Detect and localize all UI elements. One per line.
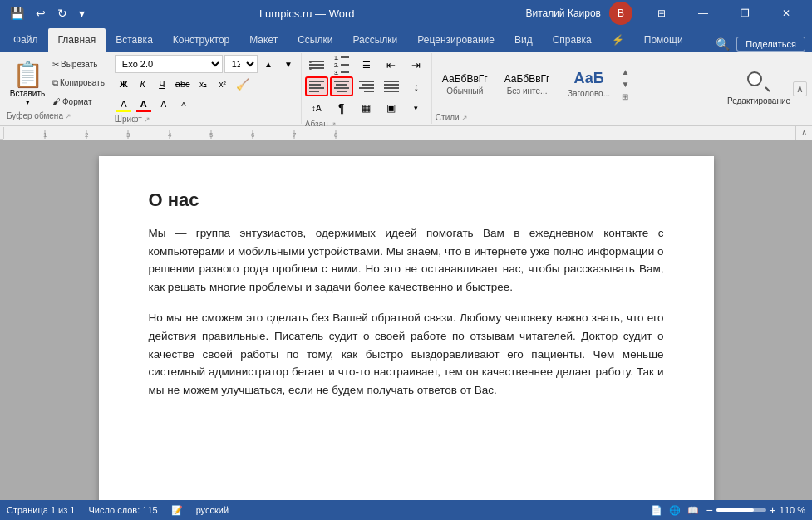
- tab-lightning[interactable]: ⚡: [602, 28, 634, 52]
- search-button[interactable]: Редактирование: [730, 62, 788, 115]
- tab-file[interactable]: Файл: [3, 28, 48, 52]
- ruler: 1 2 3 4 5 6 7 8 ∧: [0, 126, 812, 140]
- superscript-button[interactable]: x²: [214, 75, 232, 93]
- clear-formatting-button[interactable]: 🧹: [233, 75, 253, 93]
- tab-design[interactable]: Конструктор: [163, 28, 239, 52]
- paragraph-group: 1. 2. 3. ☰ ⇤ ⇥: [302, 53, 432, 124]
- svg-text:4: 4: [168, 131, 172, 139]
- paste-button[interactable]: 📋 Вставить ▾: [7, 55, 48, 111]
- share-button[interactable]: Поделиться: [736, 37, 805, 52]
- clipboard-expand-icon[interactable]: ↗: [65, 112, 71, 120]
- align-left-button[interactable]: [305, 76, 328, 96]
- borders-dropdown[interactable]: ▾: [405, 98, 428, 118]
- tab-view[interactable]: Вид: [504, 28, 543, 52]
- style-no-spacing-label: Без инте...: [507, 86, 548, 96]
- ribbon-display-btn[interactable]: ⊟: [642, 0, 681, 27]
- restore-btn[interactable]: ❐: [726, 0, 764, 27]
- zoom-percent: 110 %: [780, 505, 805, 515]
- font-controls: Exo 2.0 12 ▲ ▼ Ж К Ч abc x₂ x² 🧹: [115, 55, 298, 115]
- view-read-icon[interactable]: 📖: [687, 505, 699, 516]
- view-print-icon[interactable]: 📄: [651, 505, 662, 516]
- copy-button[interactable]: ⧉Копировать: [50, 77, 107, 89]
- font-name-select[interactable]: Exo 2.0: [115, 55, 223, 73]
- underline-button[interactable]: Ч: [153, 75, 171, 93]
- style-normal[interactable]: АаБбВвГг Обычный: [436, 71, 495, 98]
- italic-button[interactable]: К: [134, 75, 152, 93]
- shading-button[interactable]: ▦: [355, 98, 378, 118]
- editing-group-label: [730, 122, 788, 124]
- tab-review[interactable]: Рецензирование: [407, 28, 504, 52]
- cut-button[interactable]: ✂Вырезать: [50, 59, 107, 70]
- search-label: Редактирование: [727, 96, 790, 105]
- text-highlight-button[interactable]: A: [115, 95, 133, 113]
- tab-home[interactable]: Главная: [48, 28, 106, 52]
- title-bar-right: Виталий Каиров В ⊟ — ❐ ✕: [525, 0, 805, 27]
- quick-access-dropdown[interactable]: ▾: [76, 3, 88, 23]
- show-marks-button[interactable]: ¶: [330, 98, 353, 118]
- user-avatar[interactable]: В: [609, 2, 632, 25]
- ribbon-collapse-button[interactable]: ∧: [793, 81, 807, 96]
- font-color-button[interactable]: А: [135, 95, 153, 113]
- strikethrough-button[interactable]: abc: [172, 75, 194, 93]
- highlight-icon: A: [121, 99, 126, 109]
- zoom-in-button[interactable]: +: [770, 503, 776, 517]
- subscript-button[interactable]: x₂: [194, 75, 213, 93]
- style-no-spacing[interactable]: АаБбВвГг Без инте...: [498, 71, 557, 98]
- style-heading1[interactable]: АаБ Заголово...: [560, 67, 618, 101]
- numbered-list-button[interactable]: 1. 2. 3.: [330, 55, 353, 75]
- word-count: Число слов: 115: [88, 505, 157, 515]
- bullets-button[interactable]: [305, 55, 328, 75]
- highlight-color-bar: [116, 110, 131, 112]
- tab-mailings[interactable]: Рассылки: [342, 28, 407, 52]
- paste-icon: 📋: [12, 60, 43, 89]
- paste-dropdown[interactable]: ▾: [26, 98, 30, 106]
- ruler-collapse-button[interactable]: ∧: [795, 126, 812, 140]
- zoom-slider[interactable]: [716, 508, 766, 512]
- font-size-select[interactable]: 12: [224, 55, 258, 73]
- styles-scroll-down[interactable]: ▼: [622, 80, 630, 89]
- eraser-icon: 🧹: [236, 78, 249, 91]
- sort-button[interactable]: ↕A: [305, 98, 328, 118]
- redo-icon[interactable]: ↻: [54, 3, 71, 23]
- increase-indent-button[interactable]: ⇥: [405, 55, 428, 75]
- multilevel-list-button[interactable]: ☰: [355, 55, 378, 75]
- styles-expand[interactable]: ⊞: [622, 92, 630, 101]
- svg-text:1: 1: [43, 131, 47, 139]
- align-center-button[interactable]: [330, 76, 353, 96]
- language[interactable]: русский: [196, 505, 229, 515]
- save-icon[interactable]: 💾: [7, 3, 27, 23]
- tab-insert[interactable]: Вставка: [106, 28, 163, 52]
- borders-button[interactable]: ▣: [380, 98, 403, 118]
- font-group-label: Шрифт ↗: [115, 115, 298, 125]
- font-expand-icon[interactable]: ↗: [144, 115, 150, 124]
- decrease-indent-button[interactable]: ⇤: [380, 55, 403, 75]
- proofing-icon[interactable]: 📝: [171, 505, 183, 516]
- tab-layout[interactable]: Макет: [239, 28, 288, 52]
- svg-text:6: 6: [251, 131, 255, 139]
- ribbon-collapse: ∧: [791, 53, 809, 124]
- minimize-btn[interactable]: —: [684, 0, 722, 27]
- font-size-label: А: [155, 95, 173, 113]
- search-icon: [747, 71, 770, 95]
- ribbon-right: 🔍 Поделиться: [716, 37, 812, 52]
- tab-help[interactable]: Справка: [543, 28, 602, 52]
- bold-button[interactable]: Ж: [115, 75, 133, 93]
- styles-scroll-up[interactable]: ▲: [622, 67, 630, 76]
- format-painter-button[interactable]: 🖌Формат: [50, 96, 107, 107]
- close-btn[interactable]: ✕: [767, 0, 805, 27]
- document-page: О нас Мы — группа энтузиастов, одержимых…: [99, 156, 714, 500]
- decrease-font-size-button[interactable]: ▼: [279, 55, 298, 73]
- zoom-control: − + 110 %: [706, 503, 805, 517]
- zoom-out-button[interactable]: −: [706, 503, 712, 517]
- tab-help2[interactable]: Помощи: [634, 28, 693, 52]
- line-spacing-button[interactable]: ↕: [405, 76, 428, 96]
- align-right-button[interactable]: [355, 76, 378, 96]
- undo-icon[interactable]: ↩: [32, 3, 49, 23]
- search-ribbon-icon[interactable]: 🔍: [716, 37, 730, 51]
- justify-button[interactable]: [380, 76, 403, 96]
- styles-expand-icon[interactable]: ↗: [461, 114, 468, 122]
- increase-font-size-button[interactable]: ▲: [259, 55, 278, 73]
- tab-references[interactable]: Ссылки: [288, 28, 342, 52]
- format-painter-icon: 🖌: [52, 97, 61, 106]
- view-web-icon[interactable]: 🌐: [669, 505, 681, 516]
